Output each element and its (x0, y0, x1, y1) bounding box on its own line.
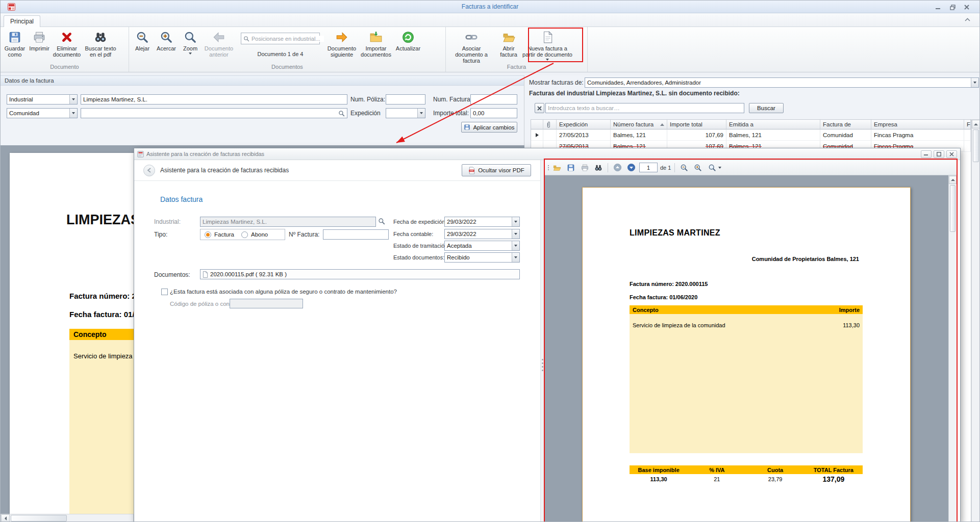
zoom-in-pdf-button[interactable] (692, 162, 703, 173)
scroll-up-button[interactable] (949, 176, 957, 184)
mostrar-facturas-combo[interactable]: Comunidades, Arrendadores, Administrador (585, 77, 979, 88)
expedicion-combo[interactable] (386, 108, 425, 118)
ribbon: Guardar como Imprimir Eliminar documento… (1, 27, 979, 72)
scrollbar-thumb[interactable] (11, 515, 67, 521)
buscar-button-label: Buscar (757, 105, 775, 111)
dialog-minimize-button[interactable] (921, 150, 932, 158)
table-row[interactable]: 27/05/2013 Balmes, 121 107,69 Balmes, 12… (531, 129, 971, 141)
chevron-down-icon[interactable] (512, 241, 519, 250)
chevron-down-icon[interactable] (512, 229, 519, 239)
chevron-down-icon[interactable] (512, 253, 519, 262)
importar-documentos-button[interactable]: Importar documentos (359, 29, 393, 64)
search-pdf-button[interactable] (593, 162, 604, 173)
splitter-handle[interactable] (540, 160, 545, 522)
radio-abono[interactable] (241, 231, 248, 238)
buscar-texto-pdf-button[interactable]: Buscar texto en el pdf (83, 29, 118, 64)
iva-value: 21 (688, 476, 746, 482)
grid-header-emitida-a[interactable]: Emitida a (726, 120, 820, 129)
zoom-out-pdf-button[interactable] (679, 162, 690, 173)
minimize-button[interactable] (934, 4, 943, 11)
posicionarse-input[interactable] (252, 36, 324, 42)
documento-chip[interactable]: 2020.000115.pdf ( 92.31 KB ) (203, 271, 287, 278)
buscar-button[interactable]: Buscar (749, 103, 784, 113)
asociar-documento-button[interactable]: Asociar documento a factura (447, 29, 495, 64)
grid-header-importe-total[interactable]: Importe total (667, 120, 726, 129)
acercar-button[interactable]: Acercar (154, 29, 179, 64)
num-factura-input[interactable] (470, 94, 517, 105)
horizontal-scrollbar[interactable] (1, 514, 134, 522)
page-number-input[interactable] (639, 163, 658, 172)
scroll-up-button[interactable] (972, 120, 980, 128)
zoom-button[interactable]: Zoom (179, 29, 202, 64)
collapse-ribbon-icon[interactable] (965, 18, 970, 22)
tab-principal[interactable]: Principal (4, 15, 40, 27)
fecha-expedicion-combo[interactable]: 29/03/2022 (444, 217, 520, 227)
restore-button[interactable] (948, 4, 957, 11)
close-button[interactable] (962, 4, 971, 11)
fecha-contable-combo[interactable]: 29/03/2022 (444, 229, 520, 239)
next-page-button[interactable] (625, 162, 637, 173)
actualizar-button[interactable]: Actualizar (393, 29, 423, 64)
search-icon[interactable] (378, 218, 385, 225)
pdf-vertical-scrollbar[interactable] (948, 175, 957, 522)
chevron-down-icon[interactable] (69, 109, 77, 118)
chevron-down-icon[interactable] (971, 78, 978, 87)
grid-header-importe-label: Importe total (670, 121, 702, 127)
documentos-field[interactable]: 2020.000115.pdf ( 92.31 KB ) (200, 269, 520, 279)
poliza-checkbox[interactable] (161, 289, 168, 295)
grid-header-factura-de[interactable]: Factura de (820, 120, 871, 129)
importe-total-field[interactable]: 0,00 (470, 108, 517, 118)
documento-anterior-button[interactable]: Documento anterior (202, 29, 236, 64)
comunidad-combo[interactable]: Comunidad (7, 108, 78, 118)
nueva-factura-button[interactable]: Nueva factura a partir de documento (522, 29, 573, 64)
grid-header-factura-de-label: Factura de (823, 121, 851, 127)
dialog-maximize-button[interactable] (934, 150, 944, 158)
application-window: Facturas a identificar Principal Guardar… (0, 0, 980, 522)
alejar-button[interactable]: Alejar (131, 29, 154, 64)
cell-importe-total: 107,69 (667, 129, 726, 141)
grid-vertical-scrollbar[interactable] (971, 119, 980, 522)
grid-header-attachment[interactable] (543, 120, 557, 129)
industrial-combo[interactable]: Industrial (7, 94, 78, 105)
chevron-down-icon[interactable] (417, 109, 425, 118)
print-pdf-button[interactable] (579, 162, 590, 173)
pdf-viewer: de 1 LIMPIEZAS MARTINEZ Comunidad de Pro… (545, 160, 957, 522)
estado-tramitacion-combo[interactable]: Aceptada (444, 241, 520, 251)
grid-header-expedicion[interactable]: Expedición (557, 120, 611, 129)
ocultar-visor-pdf-button[interactable]: Ocultar visor PDF (462, 164, 531, 176)
wizard-industrial-field[interactable]: Limpiezas Martinez, S.L. (200, 217, 376, 227)
clear-search-button[interactable] (535, 103, 544, 113)
codigo-poliza-input[interactable] (230, 299, 303, 308)
scroll-left-button[interactable] (1, 514, 10, 522)
estado-documentos-combo[interactable]: Recibido (444, 252, 520, 263)
scrollbar-thumb[interactable] (950, 185, 956, 232)
radio-factura[interactable] (205, 231, 211, 238)
abrir-factura-button[interactable]: Abrir factura (495, 29, 522, 64)
aplicar-cambios-button[interactable]: Aplicar cambios (461, 122, 517, 133)
ocultar-visor-pdf-label: Ocultar visor PDF (478, 167, 524, 173)
grid-search-input[interactable] (545, 103, 744, 113)
chevron-down-icon[interactable] (512, 217, 519, 226)
eliminar-documento-button[interactable]: Eliminar documento (51, 29, 83, 64)
grid-header-fecha[interactable]: Fec (964, 120, 971, 129)
num-factura-wizard-input[interactable] (323, 229, 389, 240)
comunidad-value-field[interactable] (81, 108, 347, 118)
num-poliza-input[interactable] (386, 94, 425, 105)
save-pdf-button[interactable] (565, 162, 576, 173)
zoom-mode-button[interactable] (706, 162, 723, 173)
previous-page-button[interactable] (612, 162, 623, 173)
chevron-down-icon[interactable] (69, 95, 77, 104)
open-file-button[interactable] (551, 162, 563, 173)
dialog-close-button[interactable] (946, 150, 957, 158)
grid-header-empresa[interactable]: Empresa (871, 120, 964, 129)
scrollbar-thumb[interactable] (973, 129, 979, 162)
buscar-texto-pdf-label: Buscar texto en el pdf (83, 45, 118, 58)
posicionarse-searchbox[interactable] (241, 33, 320, 44)
documento-siguiente-button[interactable]: Documento siguiente (325, 29, 359, 64)
search-icon[interactable] (338, 110, 345, 117)
industrial-value-field[interactable]: Limpiezas Martinez, S.L. (81, 94, 347, 105)
imprimir-button[interactable]: Imprimir (28, 29, 51, 64)
guardar-como-button[interactable]: Guardar como (2, 29, 28, 64)
toolbar-grip[interactable] (548, 164, 549, 171)
grid-header-numero-factura[interactable]: Número factura (611, 120, 667, 129)
